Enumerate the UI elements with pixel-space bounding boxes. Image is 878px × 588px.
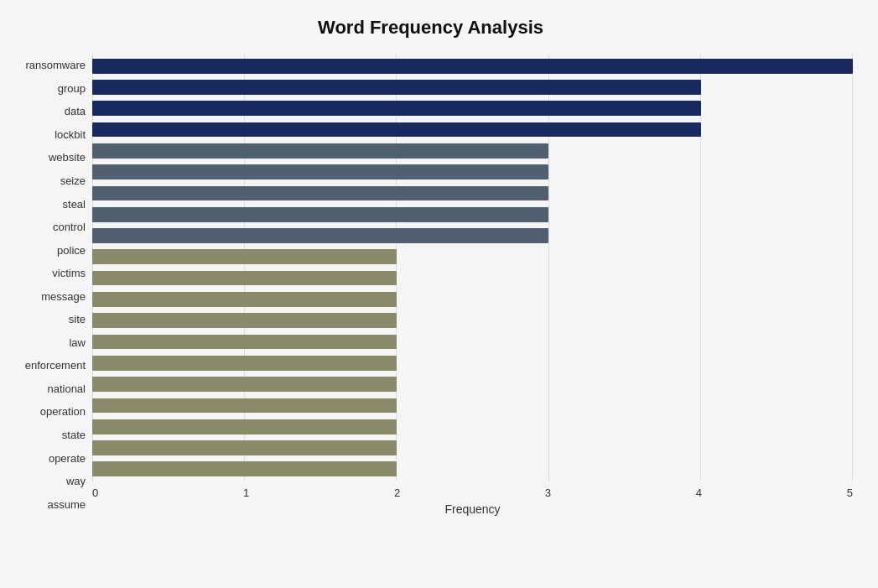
chart-container: Word Frequency Analysis ransomwaregroupd… — [0, 0, 878, 588]
y-label: data — [65, 100, 86, 123]
bar-row — [92, 161, 853, 182]
y-label: police — [57, 238, 86, 262]
bar — [92, 356, 397, 371]
bar-row — [92, 395, 853, 416]
bar — [92, 461, 397, 476]
bar — [92, 419, 397, 434]
y-axis-labels: ransomwaregroupdatalockbitwebsiteseizest… — [8, 54, 92, 516]
bar-row — [92, 119, 853, 140]
bar — [92, 122, 701, 138]
bar — [92, 207, 548, 222]
y-label: way — [66, 470, 86, 493]
bar-row — [92, 225, 853, 246]
chart-area: ransomwaregroupdatalockbitwebsiteseizest… — [8, 54, 853, 516]
bar-row — [92, 247, 853, 268]
bar — [92, 271, 397, 286]
bar — [92, 440, 397, 455]
grid-and-bars — [92, 54, 853, 481]
bar-row — [92, 437, 853, 458]
bar — [92, 186, 548, 201]
y-label: seize — [60, 169, 86, 193]
bar — [92, 164, 548, 180]
x-tick-label: 1 — [243, 487, 249, 499]
y-label: group — [58, 77, 86, 101]
bar-row — [92, 204, 853, 225]
y-label: state — [62, 424, 86, 447]
y-label: ransomware — [25, 54, 86, 77]
y-label: operate — [49, 446, 86, 470]
x-tick-label: 2 — [394, 487, 400, 499]
x-tick-label: 3 — [545, 487, 551, 499]
bar — [92, 59, 853, 74]
y-label: law — [69, 331, 86, 355]
bar-row — [92, 310, 853, 331]
y-label: national — [47, 377, 86, 401]
bar-row — [92, 55, 853, 76]
bar-row — [92, 373, 853, 394]
y-label: operation — [40, 400, 86, 424]
x-tick-label: 5 — [847, 487, 853, 499]
y-label: assume — [47, 492, 86, 516]
bar-row — [92, 76, 853, 97]
bars-section: 012345 Frequency — [92, 54, 853, 516]
y-label: website — [49, 146, 86, 169]
chart-title: Word Frequency Analysis — [8, 17, 853, 39]
y-label: steal — [63, 192, 86, 216]
bar-row — [92, 289, 853, 310]
bar-row — [92, 459, 853, 480]
y-label: control — [53, 216, 86, 239]
y-label: enforcement — [25, 354, 86, 377]
x-tick-label: 0 — [92, 487, 98, 499]
x-axis-title: Frequency — [92, 502, 853, 516]
x-axis-labels: 012345 — [92, 487, 853, 499]
bar — [92, 80, 701, 95]
x-bottom: 012345 Frequency — [92, 481, 853, 516]
bar — [92, 143, 548, 159]
bar — [92, 398, 397, 414]
bar-row — [92, 98, 853, 119]
bar — [92, 249, 397, 264]
bar-row — [92, 140, 853, 161]
bars-container — [92, 54, 853, 481]
y-label: site — [69, 308, 86, 331]
bar — [92, 335, 397, 350]
bar-row — [92, 183, 853, 204]
bar-row — [92, 268, 853, 289]
y-label: message — [41, 284, 86, 308]
bar-row — [92, 416, 853, 437]
bar — [92, 377, 397, 392]
y-label: lockbit — [55, 123, 86, 147]
bar — [92, 313, 397, 328]
bar — [92, 228, 548, 243]
bar — [92, 101, 701, 116]
y-label: victims — [52, 262, 86, 285]
x-tick-label: 4 — [696, 487, 702, 499]
bar-row — [92, 331, 853, 352]
bar-row — [92, 352, 853, 373]
bar — [92, 292, 397, 307]
